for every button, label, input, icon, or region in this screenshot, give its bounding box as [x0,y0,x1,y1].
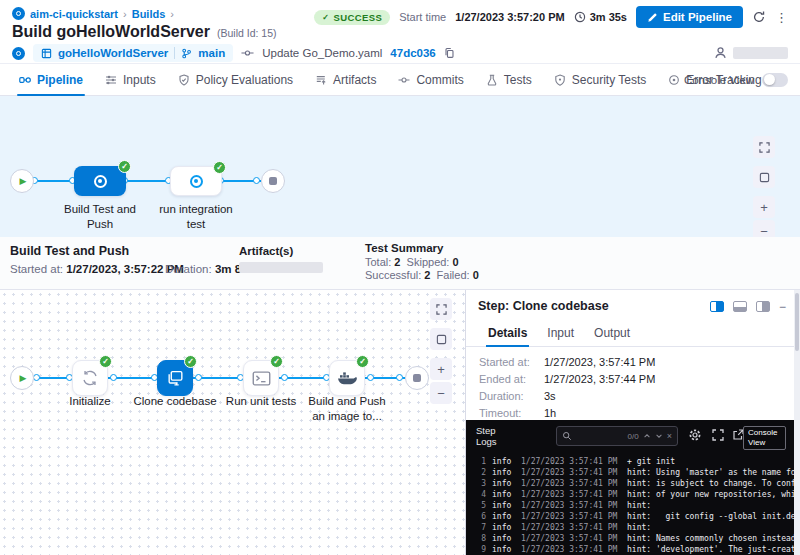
tab-inputs[interactable]: Inputs [94,64,167,95]
edge-connector-dot [253,177,260,184]
tab-policy-evaluations[interactable]: Policy Evaluations [167,64,304,95]
tab-security-tests[interactable]: Security Tests [543,64,657,95]
log-message: hint: Names commonly chosen instead of [627,533,795,544]
stage-graph-canvas: ▶ ✓ ✓ Build Test and Push run integratio… [0,96,800,237]
step-success-check-icon: ✓ [356,355,369,368]
edge-connector-dot [195,374,202,381]
stage-node-run-integration-test[interactable]: ✓ [170,166,222,196]
field-label: Started at: [479,356,544,368]
log-settings-button[interactable] [688,428,702,442]
step-label[interactable]: Clone codebase [129,394,221,409]
field-value: 1/27/2023, 3:57:44 PM [544,373,655,385]
log-line-number: 7 [466,522,486,533]
search-prev-button[interactable] [643,432,651,440]
tab-output[interactable]: Output [584,320,640,346]
log-row: 8info1/27/2023 3:57:41 PMhint: Names com… [466,533,795,544]
layout-bottom-split-button[interactable] [733,301,747,312]
console-view-button[interactable]: Console View [743,426,786,450]
breadcrumb-builds[interactable]: Builds [132,8,166,20]
log-level: info [492,533,516,544]
log-lines[interactable]: 1info1/27/2023 3:57:41 PM+ git init 2inf… [466,456,795,555]
step-canvas-fit-button[interactable] [430,328,452,350]
scrollbar-thumb[interactable] [795,293,799,351]
step-node-run-unit-tests[interactable]: ✓ [243,360,279,396]
stage-canvas-fullscreen-button[interactable] [753,136,775,158]
step-canvas-zoom-out-button[interactable]: − [430,382,452,404]
more-options-button[interactable]: ⋮ [775,10,788,25]
step-node-initialize[interactable]: ✓ [72,360,108,396]
commit-message[interactable]: Update Go_Demo.yaml [262,47,382,59]
log-row: 4info1/27/2023 3:57:41 PMhint: of your n… [466,489,795,500]
log-message: hint: Using 'master' as the name for th [627,467,795,478]
toggle-knob [764,74,775,85]
stage-label[interactable]: run integration test [152,202,240,232]
failed-label: Failed: [437,269,470,281]
elapsed-duration: 3m 35s [574,11,627,23]
log-row: 1info1/27/2023 3:57:41 PM+ git init [466,456,795,467]
pipeline-icon [19,74,31,86]
scm-provider-icon [12,47,25,60]
search-next-button[interactable] [655,432,663,440]
log-level: info [492,467,516,478]
log-time: 1/27/2023 3:57:41 PM [521,467,621,478]
tab-details[interactable]: Details [478,320,537,346]
tab-pipeline[interactable]: Pipeline [8,64,94,95]
stage-started-at: Started at: 1/27/2023, 3:57:22 PM [10,263,184,275]
stage-canvas-zoom-in-button[interactable]: + [753,196,775,218]
stage-node-build-test-and-push[interactable]: ✓ [74,166,126,196]
layout-right-panel-button[interactable] [756,301,770,312]
log-fullscreen-button[interactable] [712,429,724,441]
branch-name[interactable]: main [198,47,225,59]
repo-name[interactable]: goHelloWorldServer [58,47,168,59]
edit-pipeline-button[interactable]: Edit Pipeline [636,6,743,28]
search-close-button[interactable]: × [667,431,672,441]
refresh-button[interactable] [752,10,766,24]
console-view-toggle[interactable] [762,73,788,87]
panel-scrollbar[interactable] [794,290,800,555]
log-message: hint: [627,500,795,511]
step-canvas-fullscreen-button[interactable] [430,298,452,320]
log-level: info [492,478,516,489]
security-shield-icon [554,74,566,86]
tab-input[interactable]: Input [537,320,584,346]
artifacts-icon [315,74,327,86]
tab-tests[interactable]: Tests [475,64,543,95]
step-panel-title: Step: Clone codebase [478,299,609,313]
edge-connector-dot [367,374,374,381]
log-search-input[interactable] [576,431,624,441]
step-canvas-zoom-in-button[interactable]: + [430,358,452,380]
step-node-build-and-push[interactable]: ✓ [329,360,365,396]
stage-duration: Duration: 3m 8s [165,263,247,275]
tab-commits[interactable]: Commits [387,64,474,95]
tab-artifacts[interactable]: Artifacts [304,64,387,95]
redacted-artifact-value [239,262,323,273]
start-time-value: 1/27/2023 3:57:20 PM [455,11,564,23]
pipeline-start-node[interactable]: ▶ [10,169,34,193]
stage-info-title: Build Test and Push [10,244,129,258]
field-value: 1/27/2023, 3:57:41 PM [544,356,655,368]
ci-stage-icon [190,175,203,188]
stage-start-node[interactable]: ▶ [10,366,34,390]
log-level: info [492,511,516,522]
copy-icon[interactable] [444,47,455,59]
stage-info-band: Build Test and Push Started at: 1/27/202… [0,237,800,290]
stage-end-node [405,366,429,390]
step-label[interactable]: Run unit tests [215,394,307,409]
step-label[interactable]: Initialize [44,394,136,409]
play-icon: ▶ [20,176,27,186]
tab-label: Pipeline [37,73,83,87]
stage-success-check-icon: ✓ [213,161,226,174]
console-view-label: Console View [684,74,754,86]
test-summary-heading: Test Summary [365,242,443,254]
stage-canvas-fit-button[interactable] [753,166,775,188]
breadcrumb-project[interactable]: aim-ci-quickstart [30,8,118,20]
repo-branch-pill[interactable]: goHelloWorldServer main [33,44,233,62]
stage-label[interactable]: Build Test and Push [56,202,144,232]
field-started-at: Started at: 1/27/2023, 3:57:41 PM [479,356,655,368]
commit-sha[interactable]: 47dc036 [390,47,435,59]
step-node-clone-codebase[interactable]: ✓ [157,360,193,396]
layout-right-split-button[interactable] [710,301,724,312]
log-message: hint: git config --global init.defaul [627,511,795,522]
minimize-panel-button[interactable]: − [779,302,786,312]
step-label[interactable]: Build and Push an image to... [301,394,393,424]
